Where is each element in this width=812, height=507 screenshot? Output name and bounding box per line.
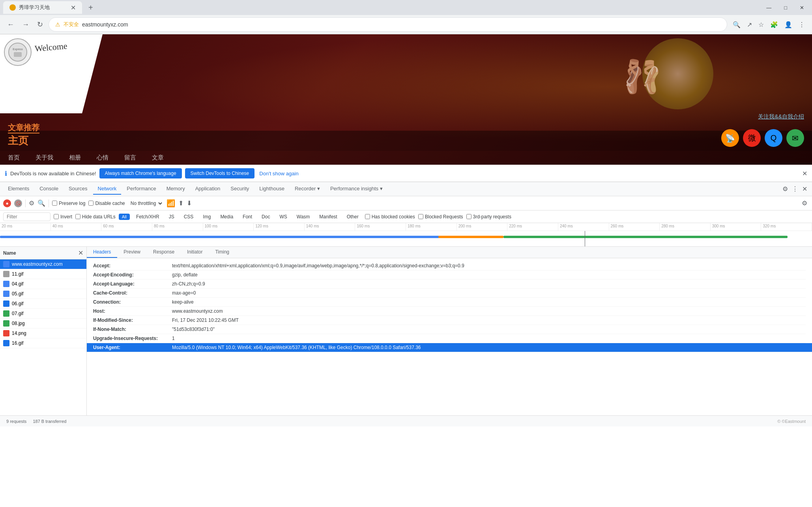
filter-css-button[interactable]: CSS: [181, 213, 197, 220]
browser-tab[interactable]: 秀璋学习天地 ✕: [3, 1, 82, 14]
website-rss-icon[interactable]: 📡: [721, 129, 739, 147]
website-qq-icon[interactable]: Q: [765, 129, 782, 147]
website-nav-item-about[interactable]: 关于我: [36, 154, 53, 161]
tab-memory[interactable]: Memory: [162, 183, 190, 195]
download-button[interactable]: ⬇: [187, 199, 192, 207]
website-nav-item-album[interactable]: 相册: [69, 154, 81, 161]
timeline-area[interactable]: 20 ms 40 ms 60 ms 80 ms 100 ms 120 ms 14…: [0, 223, 812, 247]
devtools-more-button[interactable]: ⋮: [790, 184, 800, 194]
file-list-close-button[interactable]: ✕: [78, 249, 83, 257]
minimize-button[interactable]: —: [761, 3, 776, 12]
menu-button[interactable]: ⋮: [796, 19, 807, 31]
url-bar[interactable]: ⚠ 不安全 eastmountyxz.com: [49, 17, 727, 32]
disable-cache-checkbox[interactable]: Disable cache: [88, 201, 125, 206]
filter-js-button[interactable]: JS: [166, 213, 178, 220]
filter-all-button[interactable]: All: [119, 214, 130, 220]
website-section-title: 文章推荐: [8, 123, 39, 133]
record-stop-button[interactable]: ●: [3, 199, 11, 207]
close-button[interactable]: ✕: [795, 3, 809, 12]
extensions-button[interactable]: 🧩: [768, 19, 780, 31]
tab-close-icon[interactable]: ✕: [71, 4, 76, 11]
hide-data-input[interactable]: [75, 214, 80, 219]
tab-console[interactable]: Console: [35, 183, 63, 195]
filter-other-button[interactable]: Other: [344, 213, 362, 220]
reload-button[interactable]: ↻: [35, 18, 45, 31]
tab-network[interactable]: Network: [93, 183, 122, 195]
tab-security[interactable]: Security: [226, 183, 254, 195]
file-item-04gif[interactable]: 04.gif: [0, 279, 86, 289]
file-item-11gif[interactable]: 11.gif: [0, 269, 86, 279]
tab-recorder[interactable]: Recorder ▾: [290, 183, 325, 195]
website-weibo-icon[interactable]: 微: [743, 129, 761, 147]
file-item-eastmount[interactable]: www.eastmountyxz.com: [0, 259, 86, 269]
invert-checkbox[interactable]: Invert: [54, 214, 72, 220]
filter-input-area[interactable]: [3, 212, 51, 221]
forward-button[interactable]: →: [20, 18, 32, 31]
tick-40ms: 40 ms: [51, 223, 102, 231]
filter-media-button[interactable]: Media: [217, 213, 236, 220]
website-nav-item-home[interactable]: 首页: [8, 154, 20, 161]
file-item-07gif[interactable]: 07.gif: [0, 309, 86, 319]
share-button[interactable]: ↗: [745, 19, 754, 31]
tab-elements[interactable]: Elements: [3, 183, 34, 195]
file-item-16gif[interactable]: 16.gif: [0, 338, 86, 348]
details-tab-timing[interactable]: Timing: [209, 247, 236, 258]
filter-ws-button[interactable]: WS: [276, 213, 290, 220]
filter-fetch-button[interactable]: Fetch/XHR: [133, 213, 163, 220]
has-blocked-cookies-input[interactable]: [365, 214, 370, 219]
file-item-05gif[interactable]: 05.gif: [0, 289, 86, 299]
hide-data-checkbox[interactable]: Hide data URLs: [75, 214, 116, 220]
search-icon[interactable]: 🔍: [37, 199, 45, 207]
details-tab-headers[interactable]: Headers: [87, 247, 117, 258]
online-icon[interactable]: 📶: [167, 199, 175, 208]
dont-show-again-link[interactable]: Don't show again: [259, 171, 298, 177]
profile-button[interactable]: 👤: [782, 19, 795, 31]
clear-button[interactable]: 🚫: [14, 199, 22, 207]
has-blocked-cookies-checkbox[interactable]: Has blocked cookies: [365, 214, 415, 220]
blocked-requests-checkbox[interactable]: Blocked Requests: [418, 214, 463, 220]
tab-application[interactable]: Application: [191, 183, 225, 195]
search-zoom-button[interactable]: 🔍: [730, 19, 743, 31]
details-tab-initiator[interactable]: Initiator: [181, 247, 209, 258]
maximize-button[interactable]: □: [779, 3, 792, 12]
throttle-select[interactable]: No throttling Fast 3G Slow 3G: [128, 199, 163, 207]
website-email-icon[interactable]: ✉: [786, 129, 804, 147]
devtools-close-button[interactable]: ✕: [801, 184, 809, 194]
filter-icon[interactable]: ⚙: [29, 199, 34, 207]
disable-cache-input[interactable]: [88, 201, 94, 206]
website-nav-item-mood[interactable]: 心情: [97, 154, 109, 161]
always-match-button[interactable]: Always match Chrome's language: [99, 168, 182, 178]
switch-to-chinese-button[interactable]: Switch DevTools to Chinese: [185, 168, 255, 178]
network-settings-button[interactable]: ⚙: [800, 198, 809, 208]
third-party-input[interactable]: [466, 214, 471, 219]
file-item-14png[interactable]: 14.png: [0, 329, 86, 338]
blocked-requests-input[interactable]: [418, 214, 423, 219]
new-tab-button[interactable]: +: [85, 2, 96, 14]
tab-performance-insights[interactable]: Performance insights ▾: [326, 183, 387, 195]
file-item-06gif[interactable]: 06.gif: [0, 299, 86, 309]
file-item-08jpg[interactable]: 08.jpg: [0, 319, 86, 329]
tab-performance[interactable]: Performance: [122, 183, 161, 195]
invert-input[interactable]: [54, 214, 59, 219]
back-button[interactable]: ←: [5, 18, 17, 31]
tab-sources[interactable]: Sources: [64, 183, 92, 195]
notification-close-button[interactable]: ✕: [802, 170, 807, 177]
filter-wasm-button[interactable]: Wasm: [294, 213, 313, 220]
details-tab-response[interactable]: Response: [147, 247, 181, 258]
filter-font-button[interactable]: Font: [239, 213, 255, 220]
details-tab-preview[interactable]: Preview: [117, 247, 147, 258]
upload-button[interactable]: ⬆: [178, 199, 183, 207]
filter-img-button[interactable]: Img: [200, 213, 214, 220]
website-follow-link[interactable]: 关注我&&自我介绍: [758, 113, 804, 120]
filter-input[interactable]: [7, 214, 46, 220]
third-party-checkbox[interactable]: 3rd-party requests: [466, 214, 511, 220]
devtools-settings-button[interactable]: ⚙: [781, 184, 790, 194]
filter-doc-button[interactable]: Doc: [258, 213, 273, 220]
tab-lighthouse[interactable]: Lighthouse: [254, 183, 289, 195]
preserve-log-input[interactable]: [52, 201, 57, 206]
preserve-log-checkbox[interactable]: Preserve log: [52, 201, 85, 206]
bookmark-button[interactable]: ☆: [756, 19, 766, 31]
website-nav-item-articles[interactable]: 文章: [152, 154, 164, 161]
filter-manifest-button[interactable]: Manifest: [316, 213, 340, 220]
website-nav-item-comments[interactable]: 留言: [124, 154, 136, 161]
